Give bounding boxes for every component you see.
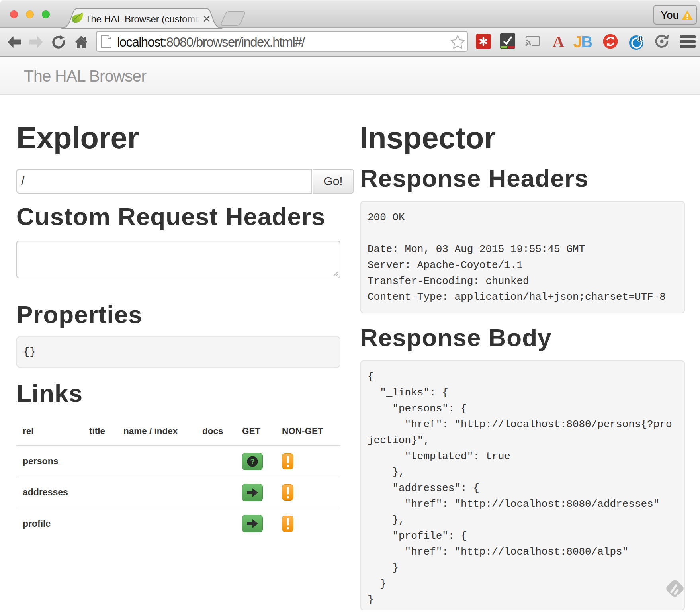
svg-text:?: ? (250, 457, 255, 466)
